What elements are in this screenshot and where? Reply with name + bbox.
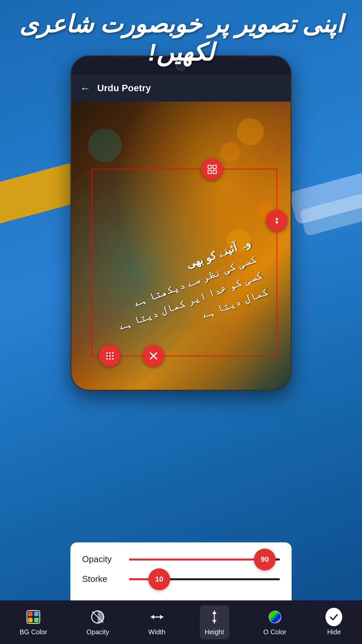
svg-point-12 bbox=[109, 358, 111, 360]
toolbar-opacity[interactable]: Opacity bbox=[81, 605, 114, 639]
svg-point-10 bbox=[112, 355, 114, 357]
app-header: ← Urdu Poetry bbox=[71, 75, 291, 102]
opacity-icon bbox=[89, 609, 106, 626]
urdu-headline: اپنی تصویر پر خوبصورت شاعری لکھیں! bbox=[0, 7, 362, 70]
bokeh-2 bbox=[220, 142, 240, 162]
stroke-track[interactable]: 10 bbox=[129, 578, 280, 580]
svg-rect-2 bbox=[208, 170, 211, 173]
opacity-toolbar-label: Opacity bbox=[86, 628, 109, 636]
width-icon bbox=[148, 609, 165, 626]
opacity-row: Opacity 90 bbox=[82, 554, 280, 565]
height-icon bbox=[206, 609, 223, 626]
svg-rect-3 bbox=[213, 170, 216, 173]
svg-point-8 bbox=[106, 355, 108, 357]
svg-rect-17 bbox=[28, 612, 33, 616]
toolbar-width[interactable]: Width bbox=[143, 605, 171, 639]
selection-box bbox=[92, 169, 277, 356]
svg-point-13 bbox=[112, 358, 114, 360]
svg-marker-27 bbox=[212, 611, 217, 614]
hide-label: Hide bbox=[327, 628, 341, 636]
stroke-thumb[interactable]: 10 bbox=[148, 568, 170, 590]
handle-style[interactable] bbox=[99, 345, 121, 367]
svg-marker-25 bbox=[160, 615, 163, 620]
check-circle bbox=[325, 608, 342, 626]
handle-close[interactable] bbox=[142, 345, 164, 367]
svg-point-11 bbox=[106, 358, 108, 360]
svg-rect-0 bbox=[208, 165, 211, 168]
opacity-fill bbox=[129, 558, 265, 560]
bg-color-label: BG Color bbox=[20, 628, 47, 636]
app-title: Urdu Poetry bbox=[97, 83, 151, 94]
svg-marker-28 bbox=[212, 620, 217, 623]
toolbar-o-color[interactable]: O Color bbox=[258, 605, 292, 639]
opacity-thumb[interactable]: 90 bbox=[254, 548, 276, 570]
svg-point-7 bbox=[112, 352, 114, 354]
svg-rect-18 bbox=[34, 612, 39, 616]
bokeh-3 bbox=[88, 128, 122, 162]
width-label: Width bbox=[148, 628, 166, 636]
svg-point-29 bbox=[269, 611, 281, 623]
toolbar-bg-color[interactable]: BG Color bbox=[15, 605, 52, 639]
hide-icon bbox=[325, 609, 342, 626]
toolbar-height[interactable]: Height bbox=[200, 605, 229, 639]
handle-resize-right[interactable] bbox=[266, 210, 288, 231]
controls-panel: Opacity 90 Storke 10 bbox=[70, 542, 292, 600]
bg-color-icon bbox=[25, 609, 42, 626]
stroke-label: Storke bbox=[82, 574, 122, 584]
svg-point-6 bbox=[109, 352, 111, 354]
o-color-label: O Color bbox=[263, 628, 287, 636]
height-label: Height bbox=[205, 628, 224, 636]
opacity-label: Opacity bbox=[82, 554, 122, 565]
stroke-row: Storke 10 bbox=[82, 574, 280, 584]
o-color-icon bbox=[266, 609, 283, 626]
handle-resize-top[interactable] bbox=[201, 158, 223, 180]
opacity-track[interactable]: 90 bbox=[129, 558, 280, 560]
svg-rect-20 bbox=[34, 618, 39, 623]
back-button[interactable]: ← bbox=[80, 82, 90, 95]
svg-rect-1 bbox=[213, 165, 216, 168]
bottom-toolbar: BG Color Opacity Width bbox=[0, 600, 362, 644]
toolbar-hide[interactable]: Hide bbox=[320, 605, 347, 639]
bokeh-1 bbox=[237, 118, 264, 145]
svg-marker-24 bbox=[151, 615, 154, 620]
image-canvas[interactable]: وہ آئینے کو بھی کسی کی نظر سے دیکھتا ہے … bbox=[71, 102, 291, 390]
phone-mockup: ← Urdu Poetry bbox=[70, 55, 292, 391]
svg-point-9 bbox=[109, 355, 111, 357]
svg-point-5 bbox=[106, 352, 108, 354]
svg-rect-19 bbox=[28, 618, 33, 623]
